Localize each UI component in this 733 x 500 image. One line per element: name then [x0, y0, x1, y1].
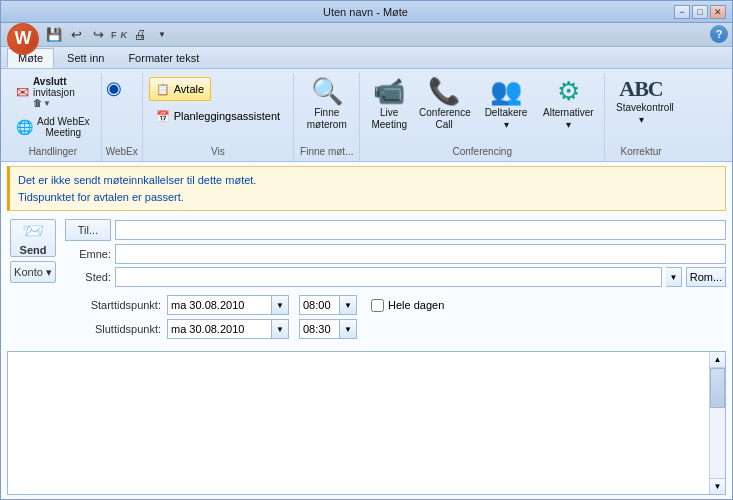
webex-label: Add WebExMeeting [37, 116, 90, 138]
conference-label: ConferenceCall [419, 107, 469, 131]
emne-input[interactable] [115, 244, 726, 264]
finne-items: 🔍 Finnemøterom [300, 73, 353, 144]
print-qa-icon[interactable]: 🖨 [131, 26, 149, 44]
group-finne: 🔍 Finnemøterom Finne møt... [294, 73, 360, 161]
slutt-date-dropdown-icon[interactable]: ▼ [271, 319, 289, 339]
slutt-date-input[interactable] [167, 319, 271, 339]
avtale-label: Avtale [174, 83, 204, 95]
group-handlinger: ✉ Avslutt invitasjon 🗑 ▼ 🌐 [5, 73, 102, 161]
avtale-button[interactable]: 📋 Avtale [149, 77, 211, 101]
webex-label: WebEx [106, 144, 138, 161]
right-fields: Til... Emne: Sted: ▼ Rom... [65, 219, 726, 287]
body-textarea[interactable] [8, 352, 709, 494]
invitasjon-label: invitasjon [33, 87, 75, 98]
alternativer-button[interactable]: ⚙ Alternativer ▾ [538, 73, 598, 134]
korrektur-items: ABC Stavekontroll ▾ [611, 73, 671, 144]
webex-button[interactable]: 🌐 Add WebExMeeting [11, 113, 95, 141]
til-button[interactable]: Til... [65, 219, 111, 241]
hele-dagen-wrapper: Hele dagen [371, 299, 444, 312]
warning-banner: Det er ikke sendt møteinnkallelser til d… [7, 166, 726, 211]
conference-call-button[interactable]: 📞 ConferenceCall [414, 73, 474, 134]
scrollbar: ▲ ▼ [709, 352, 725, 494]
til-row: Til... [65, 219, 726, 241]
moterom-icon: 🔍 [311, 76, 343, 107]
calendar-small-icon: 📋 [156, 83, 170, 96]
font-k-icon: K [121, 30, 128, 40]
start-time-dropdown-icon[interactable]: ▼ [339, 295, 357, 315]
scroll-up-button[interactable]: ▲ [710, 352, 725, 368]
avslutt-label: Avslutt [33, 76, 67, 87]
planlegging-icon: 📅 [156, 110, 170, 123]
slutt-date-wrapper: ▼ [167, 319, 289, 339]
konto-button[interactable]: Konto ▾ [10, 261, 56, 283]
tab-sett-inn[interactable]: Sett inn [56, 48, 115, 68]
start-time-input[interactable] [299, 295, 339, 315]
deltakere-button[interactable]: 👥 Deltakere ▾ [476, 73, 536, 134]
left-panel: 📨 Send Konto ▾ [7, 219, 59, 287]
webex-logo-icon: ◉ [106, 77, 122, 99]
rom-button[interactable]: Rom... [686, 267, 726, 287]
close-button[interactable]: ✕ [710, 5, 726, 19]
send-icon: 📨 [22, 220, 44, 242]
dropdown-qa-icon[interactable]: ▼ [153, 26, 171, 44]
office-icon: W [15, 28, 32, 49]
stavekontroll-label: Stavekontroll ▾ [616, 102, 666, 126]
emne-label: Emne: [65, 248, 111, 260]
slutt-time-dropdown-icon[interactable]: ▼ [339, 319, 357, 339]
start-date-dropdown-icon[interactable]: ▼ [271, 295, 289, 315]
webex-icon: 🌐 [16, 119, 33, 135]
avslutt-dropdown-icon[interactable]: ▼ [43, 99, 51, 108]
scroll-thumb[interactable] [710, 368, 725, 408]
deltakere-icon: 👥 [490, 76, 522, 107]
alternativer-label: Alternativer ▾ [543, 107, 593, 131]
ribbon-content: ✉ Avslutt invitasjon 🗑 ▼ 🌐 [1, 69, 732, 161]
conference-icon: 📞 [428, 76, 460, 107]
redo-qa-icon[interactable]: ↪ [89, 26, 107, 44]
help-button[interactable]: ? [710, 25, 728, 43]
start-row: Starttidspunkt: ▼ ▼ Hele dagen [61, 295, 726, 315]
sted-label: Sted: [65, 271, 111, 283]
fields-area: 📨 Send Konto ▾ Til... Emne: [1, 215, 732, 291]
office-button[interactable]: W [7, 23, 39, 55]
slutt-time-input[interactable] [299, 319, 339, 339]
maximize-button[interactable]: □ [692, 5, 708, 19]
handlinger-items: ✉ Avslutt invitasjon 🗑 ▼ 🌐 [11, 73, 95, 144]
sted-dropdown-icon[interactable]: ▼ [666, 267, 682, 287]
sted-input[interactable] [115, 267, 662, 287]
time-section: Starttidspunkt: ▼ ▼ Hele dagen Sluttidsp… [1, 291, 732, 347]
scroll-down-button[interactable]: ▼ [710, 478, 725, 494]
slutt-label: Sluttidspunkt: [61, 323, 161, 335]
finne-moterom-button[interactable]: 🔍 Finnemøterom [302, 73, 352, 134]
envelope-icon: ✉ [16, 83, 29, 102]
planlegging-button[interactable]: 📅 Planleggingsassistent [149, 104, 287, 128]
stavekontroll-icon: ABC [619, 76, 662, 102]
window-controls: − □ ✕ [674, 5, 726, 19]
start-date-input[interactable] [167, 295, 271, 315]
finne-label: Finnemøterom [307, 107, 347, 131]
handlinger-buttons: ✉ Avslutt invitasjon 🗑 ▼ 🌐 [11, 73, 95, 141]
hele-dagen-checkbox[interactable] [371, 299, 384, 312]
conferencing-items: 📹 LiveMeeting 📞 ConferenceCall 👥 Deltake… [366, 73, 598, 144]
save-qa-icon[interactable]: 💾 [45, 26, 63, 44]
til-input[interactable] [115, 220, 726, 240]
ribbon-tabs: Møte Sett inn Formater tekst ? [1, 47, 732, 69]
emne-row: Emne: [65, 244, 726, 264]
vis-items: 📋 Avtale 📅 Planleggingsassistent [149, 73, 287, 144]
deltakere-label: Deltakere ▾ [481, 107, 531, 131]
minimize-button[interactable]: − [674, 5, 690, 19]
font-f-icon: F [111, 30, 117, 40]
avslutt-button[interactable]: ✉ Avslutt invitasjon 🗑 ▼ [11, 73, 95, 111]
group-webex: ◉ WebEx [102, 73, 143, 161]
live-meeting-button[interactable]: 📹 LiveMeeting [366, 73, 412, 134]
send-button[interactable]: 📨 Send [10, 219, 56, 257]
hele-dagen-label: Hele dagen [388, 299, 444, 311]
live-meeting-icon: 📹 [373, 76, 405, 107]
tab-formater-tekst[interactable]: Formater tekst [117, 48, 210, 68]
handlinger-label: Handlinger [11, 144, 95, 161]
alternativer-icon: ⚙ [557, 76, 580, 107]
slutt-row: Sluttidspunkt: ▼ ▼ [61, 319, 726, 339]
delete-icon: 🗑 [33, 98, 42, 108]
stavekontroll-button[interactable]: ABC Stavekontroll ▾ [611, 73, 671, 129]
undo-qa-icon[interactable]: ↩ [67, 26, 85, 44]
window-title: Uten navn - Møte [57, 6, 674, 18]
